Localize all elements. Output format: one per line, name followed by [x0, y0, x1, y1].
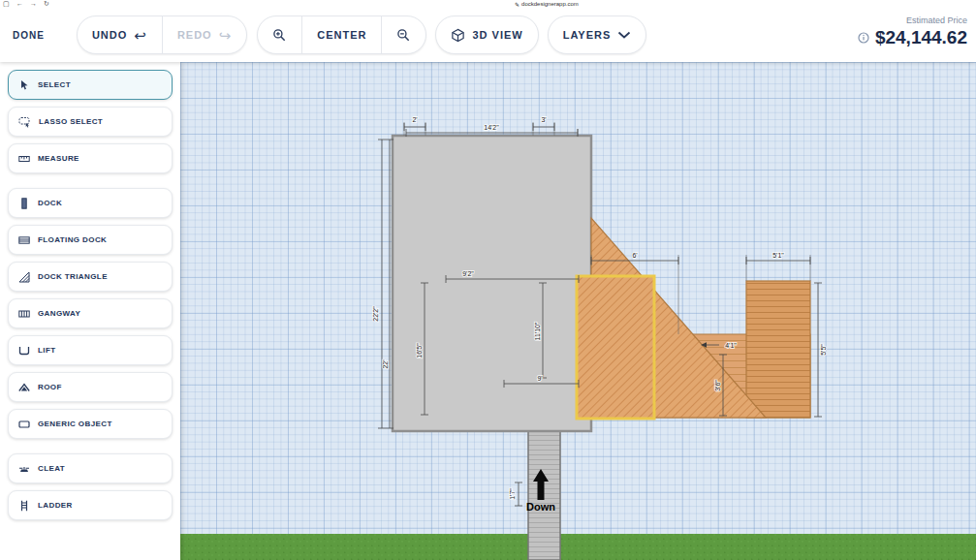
forward-icon[interactable]: →	[30, 0, 37, 7]
svg-text:9'2": 9'2"	[462, 270, 474, 277]
zoom-in-icon	[272, 28, 287, 43]
sidebar-item-label: LASSO SELECT	[39, 117, 103, 126]
dock-icon	[18, 198, 30, 209]
estimated-price-block: Estimated Price $24,144.62	[858, 16, 967, 48]
svg-text:5'1": 5'1"	[772, 252, 784, 259]
cleat-icon	[18, 463, 30, 475]
sidebar-item-label: DOCK TRIANGLE	[38, 272, 108, 281]
tool-sidebar: SELECT LASSO SELECT MEASURE DOCK FLOATIN…	[0, 62, 180, 560]
layers-group: LAYERS	[548, 16, 647, 54]
zoom-out-button[interactable]	[382, 16, 425, 53]
svg-text:1'7": 1'7"	[509, 488, 516, 500]
sidebar-item-label: FLOATING DOCK	[38, 235, 107, 244]
dimension-5ft5: 5'5"	[814, 283, 827, 417]
undo-redo-group: UNDO ↩ REDO ↪	[77, 16, 247, 54]
sidebar-item-floating-dock[interactable]: FLOATING DOCK	[8, 225, 173, 255]
window-icon[interactable]: ▢	[3, 0, 10, 8]
sidebar-item-lift[interactable]: LIFT	[8, 335, 173, 365]
svg-text:4'1": 4'1"	[725, 342, 737, 349]
chevron-down-icon	[617, 31, 631, 39]
sidebar-item-label: GANGWAY	[38, 309, 80, 318]
sidebar-item-label: DOCK	[38, 199, 62, 207]
3d-view-button[interactable]: 3D VIEW	[436, 16, 537, 53]
sidebar-item-label: MEASURE	[38, 154, 79, 163]
layers-button[interactable]: LAYERS	[549, 16, 646, 53]
wood-dock-right[interactable]	[746, 281, 810, 418]
url-bar[interactable]: ✎ dockdesignerapp.com	[515, 1, 579, 8]
roof-icon	[18, 382, 30, 393]
design-canvas[interactable]: Down 2' 14'2" 3' 22'2" 22' 9'2"	[180, 62, 976, 560]
estimated-price-value: $24,144.62	[875, 27, 967, 48]
sidebar-item-label: GENERIC OBJECT	[38, 420, 112, 428]
zoom-group: CENTER	[257, 16, 426, 54]
dimension-5ft1: 5'1"	[746, 252, 810, 264]
redo-label: REDO	[177, 29, 212, 41]
sidebar-item-label: LADDER	[38, 501, 73, 510]
svg-text:6': 6'	[632, 252, 637, 259]
down-label: Down	[526, 501, 555, 513]
undo-button[interactable]: UNDO ↩	[78, 16, 163, 53]
svg-text:3': 3'	[541, 116, 546, 123]
center-button[interactable]: CENTER	[302, 16, 382, 53]
sidebar-item-cleat[interactable]: CLEAT	[8, 453, 173, 483]
zoom-out-icon	[396, 28, 411, 43]
cube-icon	[451, 28, 465, 43]
sidebar-item-measure[interactable]: MEASURE	[8, 143, 173, 173]
ruler-icon	[18, 153, 30, 165]
cursor-icon	[18, 79, 30, 91]
sidebar-item-generic-object[interactable]: GENERIC OBJECT	[8, 409, 173, 439]
design-drawing[interactable]: Down 2' 14'2" 3' 22'2" 22' 9'2"	[180, 62, 976, 560]
center-label: CENTER	[317, 29, 366, 41]
dimension-22ft2: 22'2"	[372, 140, 386, 428]
lift-icon	[18, 345, 30, 357]
lasso-icon	[18, 116, 31, 128]
sidebar-item-label: LIFT	[38, 346, 55, 355]
redo-button[interactable]: REDO ↪	[163, 16, 246, 53]
edit-url-icon: ✎	[515, 1, 519, 8]
undo-label: UNDO	[92, 29, 127, 41]
done-button[interactable]: DONE	[13, 30, 45, 41]
url-text: dockdesignerapp.com	[521, 1, 579, 8]
svg-text:9': 9'	[537, 375, 542, 382]
back-icon[interactable]: ←	[16, 0, 23, 7]
ladder-icon	[18, 500, 30, 512]
top-toolbar: ▢ ← → ↻ ✎ dockdesignerapp.com DONE UNDO …	[0, 0, 976, 62]
sidebar-item-gangway[interactable]: GANGWAY	[8, 298, 173, 328]
sidebar-item-dock-triangle[interactable]: DOCK TRIANGLE	[8, 262, 173, 292]
floating-dock-icon	[18, 234, 30, 246]
dock-triangle-icon	[18, 271, 30, 283]
svg-text:16'5": 16'5"	[416, 343, 423, 358]
3d-view-label: 3D VIEW	[472, 29, 522, 41]
layers-label: LAYERS	[563, 29, 612, 41]
sidebar-item-label: ROOF	[38, 383, 62, 391]
sidebar-item-label: SELECT	[38, 80, 71, 89]
gangway-icon	[18, 308, 30, 320]
svg-text:11'10": 11'10"	[534, 322, 541, 340]
svg-text:3'6": 3'6"	[714, 380, 721, 391]
sidebar-item-label: CLEAT	[38, 464, 65, 473]
dimension-1ft7: 1'7"	[509, 482, 522, 506]
sidebar-item-dock[interactable]: DOCK	[8, 188, 173, 218]
svg-text:22'2": 22'2"	[372, 306, 379, 322]
sidebar-item-lasso-select[interactable]: LASSO SELECT	[8, 107, 173, 137]
grass-shore	[180, 534, 976, 560]
sidebar-item-ladder[interactable]: LADDER	[8, 490, 173, 520]
selected-dock-section[interactable]	[577, 276, 654, 419]
svg-text:14'2": 14'2"	[484, 124, 499, 131]
sidebar-item-roof[interactable]: ROOF	[8, 372, 173, 402]
estimated-price-label: Estimated Price	[906, 16, 967, 25]
browser-chrome: ▢ ← → ↻ ✎ dockdesignerapp.com	[0, 0, 976, 9]
svg-text:5'5": 5'5"	[820, 344, 827, 356]
3d-view-group: 3D VIEW	[435, 16, 538, 54]
generic-object-icon	[18, 419, 30, 430]
main-dock[interactable]	[393, 136, 591, 431]
redo-icon: ↪	[219, 28, 233, 43]
refresh-icon[interactable]: ↻	[44, 0, 49, 8]
svg-text:22': 22'	[382, 359, 389, 368]
dimension-3ft: 3'	[533, 116, 554, 131]
info-icon[interactable]	[858, 32, 869, 44]
dimension-2ft: 2'	[404, 116, 425, 131]
undo-icon: ↩	[134, 28, 147, 43]
sidebar-item-select[interactable]: SELECT	[8, 70, 173, 100]
zoom-in-button[interactable]	[258, 16, 302, 53]
